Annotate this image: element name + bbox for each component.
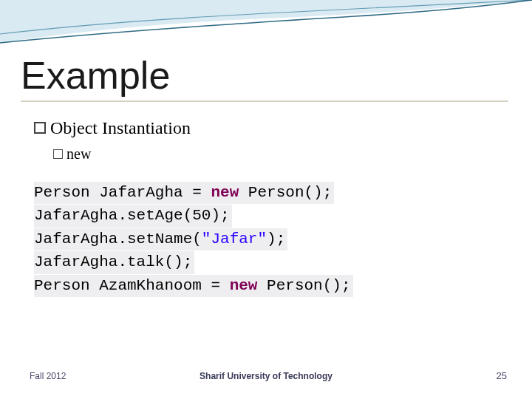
code-block: Person JafarAgha = new Person(); JafarAg… <box>34 182 353 298</box>
code-line: JafarAgha.talk(); <box>34 251 194 273</box>
code-line: Person JafarAgha = new Person(); <box>34 182 334 204</box>
code-line: JafarAgha.setAge(50); <box>34 205 232 227</box>
bullet-text: new <box>66 146 91 162</box>
footer-center: Sharif University of Technology <box>0 371 532 381</box>
bullet-level1: Object Instantiation <box>34 118 191 138</box>
page-number: 25 <box>497 370 507 381</box>
bullet-text: Object Instantiation <box>50 118 191 137</box>
bullet-level2: new <box>53 146 91 163</box>
slide-title: Example <box>21 53 508 102</box>
bullet-box-icon <box>34 122 46 134</box>
bullet-box-icon <box>53 149 63 159</box>
code-line: Person AzamKhanoom = new Person(); <box>34 275 353 297</box>
slide-decorative-header <box>0 0 532 52</box>
code-line: JafarAgha.setName("Jafar"); <box>34 228 287 250</box>
